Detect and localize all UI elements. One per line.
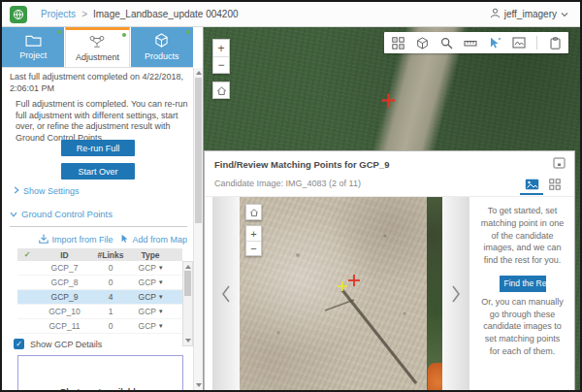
- clipboard-icon[interactable]: [548, 36, 562, 49]
- user-name: jeff_imagery: [504, 9, 557, 19]
- gcp-section-toggle[interactable]: Ground Control Points: [10, 209, 113, 219]
- status-dot: [186, 30, 190, 34]
- tab-label: Project: [19, 50, 47, 60]
- add-from-map-link[interactable]: Add from Map: [120, 234, 187, 245]
- breadcrumb-projects-link[interactable]: Projects: [41, 9, 76, 19]
- type-dropdown[interactable]: ▾: [159, 322, 163, 330]
- panel-scrollbar[interactable]: [193, 68, 203, 390]
- match-panel-title: Find/Review Matching Points for GCP_9: [214, 159, 390, 170]
- show-settings-link[interactable]: Show Settings: [14, 186, 80, 196]
- chevron-down-icon: [561, 9, 568, 19]
- scroll-up-icon[interactable]: [185, 265, 191, 269]
- previous-image-button[interactable]: [212, 197, 240, 390]
- cell-type: GCP▾: [129, 292, 172, 302]
- show-gcp-details-checkbox[interactable]: ✓ Show GCP Details: [14, 339, 102, 349]
- single-image-view-button[interactable]: [520, 173, 543, 195]
- type-value: GCP: [139, 263, 156, 273]
- last-adjustment-status: Last full adjustment completed on 4/22/2…: [10, 72, 187, 94]
- cell-id: GCP_10: [37, 307, 92, 316]
- type-dropdown[interactable]: ▾: [159, 278, 163, 286]
- type-dropdown[interactable]: ▾: [159, 308, 163, 315]
- type-value: GCP: [139, 278, 156, 287]
- column-header-type: Type: [129, 250, 172, 260]
- table-row-gcp-7[interactable]: GCP_7 0 GCP▾: [17, 261, 182, 276]
- candidate-image-viewer: + − To get started, set matching point i…: [212, 197, 574, 390]
- app-window: Projects > Image_Landbase_update 004200 …: [0, 0, 582, 392]
- cell-id: GCP_11: [37, 321, 92, 331]
- tab-adjustment[interactable]: Adjustment: [65, 27, 129, 67]
- zoom-in-button[interactable]: +: [213, 40, 229, 56]
- scrollbar-thumb[interactable]: [195, 78, 202, 223]
- search-icon[interactable]: [439, 36, 453, 49]
- measure-icon[interactable]: [464, 36, 477, 49]
- gcp-marker-red-cross[interactable]: [381, 93, 396, 108]
- column-header-links: #Links: [92, 250, 129, 260]
- rerun-full-button[interactable]: Re-run Full: [61, 140, 135, 156]
- scroll-up-icon[interactable]: [196, 71, 202, 75]
- import-from-file-label: Import from File: [51, 235, 113, 245]
- column-header-id: ID: [37, 250, 92, 260]
- photo-markers-overlay: [240, 197, 442, 390]
- zoom-out-button[interactable]: −: [246, 241, 261, 255]
- panel-tabs: Project Adjustment Products: [2, 27, 193, 68]
- table-row-gcp-10[interactable]: GCP_10 1 GCP▾: [17, 305, 182, 319]
- find-the-rest-button[interactable]: Find the Rest: [500, 276, 546, 292]
- select-point-icon[interactable]: [488, 36, 501, 49]
- gcp-table-header: ✓ ID #Links Type: [17, 248, 182, 261]
- matching-instructions: To get started, set matching point in on…: [469, 197, 574, 390]
- cube-icon: [154, 33, 169, 49]
- user-menu[interactable]: jeff_imagery: [490, 8, 568, 20]
- type-dropdown[interactable]: ▾: [159, 264, 163, 272]
- candidate-photo[interactable]: + −: [240, 197, 442, 390]
- gcp-photo-placeholder: Photo not available: [17, 355, 183, 390]
- adjustment-description: Full adjustment is completed. You can re…: [16, 99, 189, 144]
- table-row-gcp-11[interactable]: GCP_11 0 GCP▾: [17, 319, 182, 334]
- gcp-section-title: Ground Control Points: [21, 209, 113, 219]
- tab-project[interactable]: Project: [2, 27, 64, 67]
- home-icon[interactable]: [213, 82, 229, 98]
- scroll-down-icon[interactable]: [185, 339, 191, 343]
- tab-label: Products: [145, 51, 179, 61]
- table-row-gcp-9[interactable]: GCP_9 4 GCP▾: [17, 290, 182, 305]
- cell-id: GCP_7: [37, 263, 92, 273]
- tab-products[interactable]: Products: [131, 27, 193, 67]
- type-value: GCP: [139, 292, 156, 302]
- gcp-actions: Import from File Add from Map: [39, 234, 187, 245]
- table-row-gcp-8[interactable]: GCP_8 0 GCP▾: [17, 276, 182, 290]
- dock-panel-icon[interactable]: [552, 156, 566, 170]
- type-dropdown[interactable]: ▾: [159, 293, 163, 301]
- map-toolbar: [384, 32, 568, 53]
- esri-logo-icon: [10, 6, 27, 23]
- grid-view-button[interactable]: [543, 173, 566, 195]
- import-icon: [39, 234, 48, 245]
- type-value: GCP: [139, 307, 156, 316]
- gcp-table: ✓ ID #Links Type GCP_7 0 GCP▾ GCP_8: [17, 248, 182, 334]
- scrollbar-thumb[interactable]: [184, 271, 191, 296]
- breadcrumb: Projects > Image_Landbase_update 004200: [41, 9, 239, 19]
- photo-home-control: [245, 204, 262, 220]
- map-canvas[interactable]: + − Find/Review Matching Points for GCP_…: [204, 27, 580, 390]
- photo-not-available-label: Photo not available: [18, 387, 182, 390]
- drone-icon: [88, 35, 106, 50]
- cell-links: 1: [92, 307, 129, 316]
- table-scrollbar[interactable]: [182, 261, 193, 346]
- checkbox-checked-icon[interactable]: ✓: [14, 339, 24, 349]
- gcp-table-body: GCP_7 0 GCP▾ GCP_8 0 GCP▾ GCP_9 4: [17, 261, 182, 334]
- cursor-icon: [120, 234, 129, 245]
- import-from-file-link[interactable]: Import from File: [39, 234, 113, 245]
- next-image-button[interactable]: [442, 197, 469, 390]
- cell-type: GCP▾: [129, 278, 172, 287]
- zoom-in-button[interactable]: +: [246, 226, 261, 241]
- thumbnails-icon[interactable]: [391, 36, 404, 49]
- type-value: GCP: [139, 321, 156, 331]
- start-over-button[interactable]: Start Over: [61, 163, 135, 180]
- photo-zoom-control: + −: [245, 225, 262, 256]
- show-settings-label: Show Settings: [23, 186, 80, 196]
- folder-icon: [25, 34, 42, 49]
- basemap-icon[interactable]: [415, 36, 429, 49]
- home-icon[interactable]: [246, 205, 261, 219]
- map-home-control: [212, 82, 230, 99]
- zoom-out-button[interactable]: −: [213, 56, 229, 73]
- scroll-down-icon[interactable]: [196, 383, 202, 387]
- image-extent-icon[interactable]: [512, 36, 526, 49]
